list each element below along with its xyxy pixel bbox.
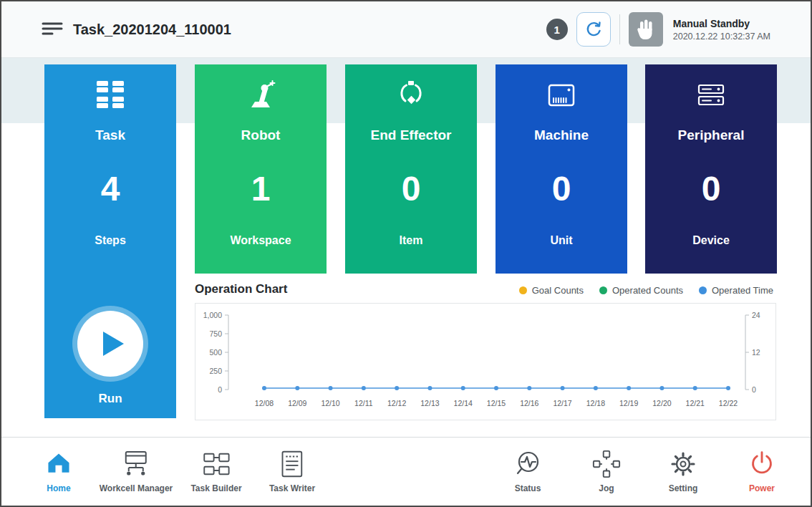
app-window: Task_20201204_110001 1 [0,0,812,507]
nav-setting[interactable]: Setting [667,448,699,493]
robot-status: Manual Standby 2020.12.22 10:32:37 AM [673,18,770,42]
end-effector-card[interactable]: End Effector 0 Item [345,64,477,274]
run-button[interactable] [77,311,143,377]
nav-power[interactable]: Power [747,448,777,493]
task-card[interactable]: Task 4 Steps Run [44,64,176,418]
peripheral-icon [645,79,777,112]
nav-label: Task Builder [190,483,241,493]
play-icon [101,330,125,357]
svg-text:12/11: 12/11 [354,399,373,407]
task-card-label: Task [44,127,176,143]
page-title: Task_20201204_110001 [73,1,231,57]
svg-text:12/19: 12/19 [619,399,638,407]
operation-chart: 1,00075050025002412012/0812/0912/1012/11… [195,303,776,420]
robot-card-value: 1 [195,169,327,208]
peripheral-card[interactable]: Peripheral 0 Device [645,64,777,274]
svg-text:12/14: 12/14 [454,399,473,407]
machine-card-sublabel: Unit [496,234,627,247]
end-effector-card-value: 0 [345,169,477,208]
header-right: 1 Manual Standby [546,1,770,57]
nav-label: Task Writer [269,483,315,493]
resume-button[interactable] [576,12,611,47]
status-icon [512,448,543,481]
mode-status: Manual Standby [673,18,770,29]
menu-button[interactable] [42,21,63,37]
nav-jog[interactable]: Jog [591,448,622,493]
task-builder-icon [201,448,231,481]
svg-text:12/09: 12/09 [288,399,306,407]
robot-card-label: Robot [195,127,327,143]
machine-card[interactable]: Machine 0 Unit [496,64,627,274]
header: Task_20201204_110001 1 [1,1,811,58]
chart-plot-area: 1,00075050025002412012/0812/0912/1012/11… [195,304,775,420]
power-icon [747,448,777,481]
divider [619,14,620,44]
gear-icon [667,448,699,481]
notification-badge[interactable]: 1 [546,19,568,40]
svg-text:12/13: 12/13 [420,399,439,407]
machine-icon [496,79,627,112]
nav-task-writer[interactable]: Task Writer [269,448,315,493]
svg-text:12/20: 12/20 [652,399,671,407]
nav-label: Power [749,483,775,493]
chart-legend: Goal Counts Operated Counts Operated Tim… [519,285,773,296]
task-writer-icon [277,448,307,481]
nav-workcell-manager[interactable]: Workcell Manager [100,448,173,493]
task-icon [44,79,176,110]
nav-label: Jog [599,483,614,493]
rotate-icon [584,20,603,39]
svg-text:12/10: 12/10 [321,399,339,407]
legend-operated-counts: Operated Counts [599,285,683,296]
legend-operated-time: Operated Time [699,285,773,296]
svg-text:750: 750 [209,329,222,338]
svg-text:12/18: 12/18 [586,399,605,407]
svg-text:12/22: 12/22 [719,399,738,407]
nav-home[interactable]: Home [44,448,73,493]
home-icon [44,448,73,481]
svg-text:1,000: 1,000 [203,311,222,319]
svg-text:12/15: 12/15 [487,399,506,407]
machine-card-value: 0 [496,169,627,208]
svg-text:12: 12 [752,348,760,357]
operated-counts-dot [599,286,607,294]
peripheral-card-label: Peripheral [645,127,777,143]
operated-time-dot [699,286,707,294]
nav-status[interactable]: Status [512,448,543,493]
legend-goal-counts: Goal Counts [519,285,584,296]
svg-text:12/17: 12/17 [553,399,571,407]
robot-arm-icon [195,79,327,112]
task-card-value: 4 [44,169,176,208]
task-card-sublabel: Steps [44,234,176,247]
nav-task-builder[interactable]: Task Builder [190,448,241,493]
legend-label: Operated Time [712,285,773,296]
legend-label: Goal Counts [532,285,584,296]
svg-text:24: 24 [752,311,760,319]
manual-mode-box [629,12,663,47]
svg-text:12/08: 12/08 [255,399,274,407]
end-effector-card-sublabel: Item [345,234,477,247]
svg-text:12/21: 12/21 [686,399,705,407]
goal-counts-dot [519,286,527,294]
robot-card[interactable]: Robot 1 Workspace [195,64,327,274]
peripheral-card-sublabel: Device [645,234,777,247]
datetime: 2020.12.22 10:32:37 AM [673,32,770,42]
run-label: Run [44,392,176,406]
operation-chart-title: Operation Chart [195,282,287,296]
peripheral-card-value: 0 [645,169,777,208]
nav-label: Home [47,483,70,493]
svg-text:0: 0 [752,385,756,394]
legend-label: Operated Counts [612,285,683,296]
svg-text:0: 0 [218,385,222,394]
jog-icon [591,448,622,481]
bottom-nav: Home Workcell Manager [1,437,811,506]
hand-icon [634,18,657,41]
nav-label: Status [515,483,541,493]
end-effector-card-label: End Effector [345,127,477,143]
hamburger-icon [42,21,63,37]
svg-text:12/16: 12/16 [520,399,538,407]
nav-label: Setting [669,483,698,493]
nav-label: Workcell Manager [100,483,173,493]
workcell-manager-icon [120,448,153,481]
svg-text:250: 250 [209,367,222,375]
machine-card-label: Machine [496,127,627,143]
